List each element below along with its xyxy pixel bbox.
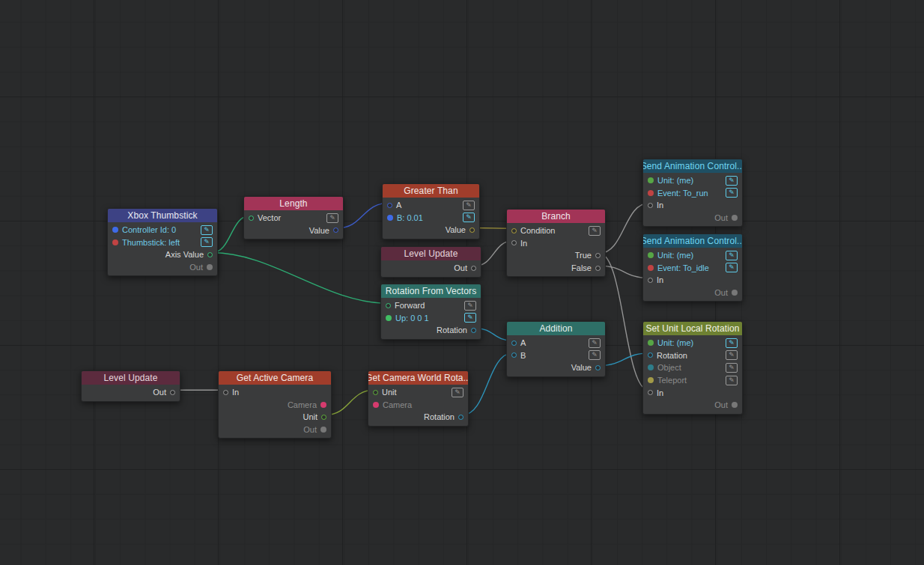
output-port-value[interactable] xyxy=(595,365,601,370)
node-title: Send Animation Control... xyxy=(643,161,742,171)
input-port-in[interactable] xyxy=(648,390,653,395)
node-addition[interactable]: AdditionA✎B✎Value xyxy=(506,321,606,377)
node-header-get-camera-world-rotation[interactable]: Get Camera World Rota... xyxy=(368,371,468,385)
node-xbox-thumbstick[interactable]: Xbox ThumbstickController Id: 0✎Thumbsti… xyxy=(107,208,218,276)
output-port-out[interactable] xyxy=(732,290,738,296)
edit-value-icon[interactable]: ✎ xyxy=(201,225,213,235)
edit-value-icon[interactable]: ✎ xyxy=(452,388,463,397)
input-port-vector[interactable] xyxy=(249,216,254,221)
node-header-branch[interactable]: Branch xyxy=(507,210,605,223)
input-port-controller-id-0[interactable] xyxy=(112,227,118,233)
edit-value-icon[interactable]: ✎ xyxy=(726,176,738,186)
input-port-camera[interactable] xyxy=(373,402,379,408)
output-port-axis-value[interactable] xyxy=(207,252,213,257)
output-port-false[interactable] xyxy=(595,266,601,271)
node-row: Controller Id: 0✎ xyxy=(108,224,217,236)
port-label: In xyxy=(232,388,239,397)
edit-value-icon[interactable]: ✎ xyxy=(726,350,738,360)
wire-axis-value-to-rfv-forward[interactable] xyxy=(213,253,387,304)
input-port-unit-me[interactable] xyxy=(648,340,654,346)
input-port-object[interactable] xyxy=(648,364,654,370)
node-header-level-update-1[interactable]: Level Update xyxy=(381,247,481,260)
node-header-rotation-from-vectors[interactable]: Rotation From Vectors xyxy=(381,284,481,298)
output-port-out[interactable] xyxy=(320,427,326,433)
input-port-up-0-0-1[interactable] xyxy=(386,315,392,321)
input-port-unit[interactable] xyxy=(373,390,378,395)
edit-value-icon[interactable]: ✎ xyxy=(726,376,738,385)
node-rotation-from-vectors[interactable]: Rotation From VectorsForward✎Up: 0 0 1✎R… xyxy=(380,284,481,340)
output-port-value[interactable] xyxy=(469,227,475,233)
input-port-in[interactable] xyxy=(648,278,653,283)
wire-length-value-to-gt-a[interactable] xyxy=(338,203,389,228)
output-port-out[interactable] xyxy=(732,215,738,221)
output-port-out[interactable] xyxy=(207,264,213,270)
input-port-event-to-idle[interactable] xyxy=(648,265,654,271)
output-port-out[interactable] xyxy=(471,266,476,271)
output-port-camera[interactable] xyxy=(320,402,326,408)
input-port-condition[interactable] xyxy=(511,228,517,233)
edit-value-icon[interactable]: ✎ xyxy=(726,188,738,198)
output-port-unit[interactable] xyxy=(321,415,326,420)
edit-value-icon[interactable]: ✎ xyxy=(726,338,738,348)
input-port-thumbstick-left[interactable] xyxy=(112,239,118,245)
node-header-set-unit-local-rotation[interactable]: Set Unit Local Rotation xyxy=(643,322,742,335)
edit-value-icon[interactable]: ✎ xyxy=(326,213,338,223)
edit-value-icon[interactable]: ✎ xyxy=(589,226,601,236)
input-port-unit-me[interactable] xyxy=(648,252,654,258)
edit-value-icon[interactable]: ✎ xyxy=(726,363,738,373)
node-header-greater-than[interactable]: Greater Than xyxy=(383,184,479,198)
output-port-out[interactable] xyxy=(170,390,175,395)
wire-gac-unit-to-gcwr-unit[interactable] xyxy=(326,390,374,415)
input-port-in[interactable] xyxy=(223,390,228,395)
output-port-true[interactable] xyxy=(595,253,601,258)
node-send-animation-control-2[interactable]: Send Animation Control...Unit: (me)✎Even… xyxy=(642,233,743,302)
wire-branch-true-to-setunit-in[interactable] xyxy=(600,254,649,391)
wire-branch-true-to-send1-in[interactable] xyxy=(600,204,649,254)
edit-value-icon[interactable]: ✎ xyxy=(589,350,601,360)
node-set-unit-local-rotation[interactable]: Set Unit Local RotationUnit: (me)✎Rotati… xyxy=(642,321,743,415)
input-port-rotation[interactable] xyxy=(648,352,653,358)
node-header-send-animation-control-1[interactable]: Send Animation Control... xyxy=(643,159,742,173)
wire-addition-value-to-setunit-rotation[interactable] xyxy=(600,353,649,366)
edit-value-icon[interactable]: ✎ xyxy=(589,338,601,348)
input-port-a[interactable] xyxy=(387,203,392,208)
node-header-addition[interactable]: Addition xyxy=(507,322,605,335)
wire-branch-false-to-send2-in[interactable] xyxy=(600,266,649,278)
node-header-length[interactable]: Length xyxy=(244,197,343,210)
edit-value-icon[interactable]: ✎ xyxy=(464,313,476,323)
input-port-in[interactable] xyxy=(648,203,653,208)
edit-value-icon[interactable]: ✎ xyxy=(463,201,475,210)
edit-value-icon[interactable]: ✎ xyxy=(463,213,475,222)
node-header-send-animation-control-2[interactable]: Send Animation Control... xyxy=(643,234,742,248)
edit-value-icon[interactable]: ✎ xyxy=(201,237,213,247)
node-send-animation-control-1[interactable]: Send Animation Control...Unit: (me)✎Even… xyxy=(642,159,743,227)
output-port-out[interactable] xyxy=(732,402,738,408)
edit-value-icon[interactable]: ✎ xyxy=(464,301,476,311)
node-get-active-camera[interactable]: Get Active CameraInCameraUnitOut xyxy=(218,370,332,439)
node-greater-than[interactable]: Greater ThanA✎B: 0.01✎Value xyxy=(382,183,480,239)
node-level-update-2[interactable]: Level UpdateOut xyxy=(81,370,180,402)
input-port-forward[interactable] xyxy=(386,303,391,308)
node-header-xbox-thumbstick[interactable]: Xbox Thumbstick xyxy=(108,209,217,222)
output-port-rotation[interactable] xyxy=(471,328,476,333)
node-level-update-1[interactable]: Level UpdateOut xyxy=(380,246,481,278)
input-port-a[interactable] xyxy=(511,340,517,346)
node-branch[interactable]: BranchCondition✎InTrueFalse xyxy=(506,209,606,277)
input-port-event-to-run[interactable] xyxy=(648,190,654,196)
node-get-camera-world-rotation[interactable]: Get Camera World Rota...Unit✎CameraRotat… xyxy=(368,370,469,427)
node-graph-canvas[interactable]: Xbox ThumbstickController Id: 0✎Thumbsti… xyxy=(0,0,924,565)
input-port-in[interactable] xyxy=(511,240,517,245)
wire-gcwr-rotation-to-addition-b[interactable] xyxy=(463,353,513,415)
input-port-unit-me[interactable] xyxy=(648,177,654,183)
node-header-get-active-camera[interactable]: Get Active Camera xyxy=(219,371,331,385)
input-port-b-0-01[interactable] xyxy=(387,215,393,221)
input-port-b[interactable] xyxy=(511,352,517,358)
input-port-teleport[interactable] xyxy=(648,377,654,383)
node-row: In xyxy=(643,199,742,212)
node-length[interactable]: LengthVector✎Value xyxy=(243,196,344,239)
edit-value-icon[interactable]: ✎ xyxy=(726,263,738,272)
output-port-rotation[interactable] xyxy=(458,415,463,420)
node-header-level-update-2[interactable]: Level Update xyxy=(82,371,180,385)
edit-value-icon[interactable]: ✎ xyxy=(726,251,738,260)
output-port-value[interactable] xyxy=(333,227,338,233)
